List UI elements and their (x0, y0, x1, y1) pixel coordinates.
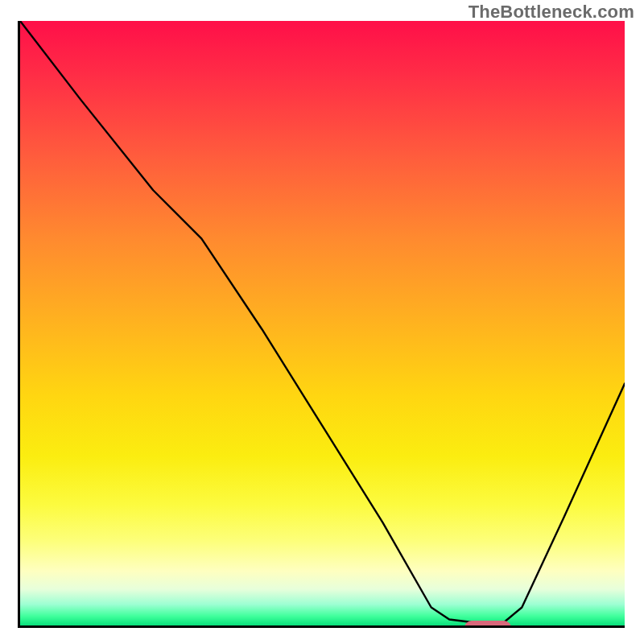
optimum-marker (464, 621, 511, 628)
bottleneck-line-path (20, 21, 625, 622)
bottleneck-line (20, 21, 625, 625)
watermark-text: TheBottleneck.com (469, 2, 634, 23)
chart-area (18, 21, 625, 628)
